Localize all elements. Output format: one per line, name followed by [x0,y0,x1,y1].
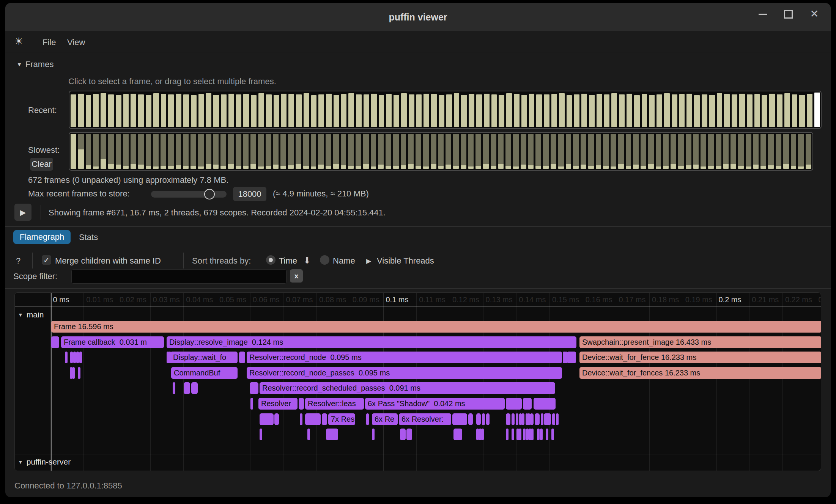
slowest-frame-bar[interactable] [461,134,466,169]
recent-frame-bar[interactable] [394,95,399,127]
recent-frame-bar[interactable] [619,94,625,127]
scope-bar-small[interactable] [512,429,514,440]
scope-bar-small[interactable] [79,352,82,363]
scope-bar-small[interactable] [65,352,68,363]
recent-frame-bar[interactable] [484,94,490,127]
recent-frame-bar[interactable] [409,94,414,127]
recent-frame-bar[interactable] [672,94,677,127]
recent-frame-bar[interactable] [732,94,737,127]
scope-bar-small[interactable] [523,429,526,440]
scope-bar-small[interactable] [530,413,534,425]
recent-frame-bar[interactable] [138,94,144,127]
slowest-frame-bar[interactable] [723,134,729,169]
scope-bar-small[interactable] [51,336,59,348]
recent-frame-bar[interactable] [236,94,242,127]
recent-frame-bar[interactable] [348,93,354,127]
recent-frame-bar[interactable] [379,95,384,127]
scope-bar-small[interactable] [506,413,510,425]
recent-frame-bar[interactable] [71,94,76,127]
recent-frame-bar[interactable] [521,95,527,127]
close-button[interactable]: ✕ [806,0,823,28]
recent-frame-bar[interactable] [581,94,587,127]
slowest-frame-bar[interactable] [243,134,249,169]
slowest-frame-bar[interactable] [416,134,421,169]
maximize-button[interactable] [780,0,797,28]
slowest-frame-bar[interactable] [266,134,271,169]
sort-time-label[interactable]: Time [279,256,297,266]
recent-frame-bar[interactable] [657,94,662,127]
recent-frame-bar[interactable] [108,94,114,127]
slowest-frame-bar[interactable] [483,134,489,169]
slowest-frame-bar[interactable] [746,134,751,169]
slowest-frame-bar[interactable] [491,134,496,169]
slowest-frame-bar[interactable] [108,134,114,169]
scope-bar-small[interactable] [300,413,302,425]
scope-filter-input[interactable] [71,269,287,284]
recent-frame-bar[interactable] [326,94,332,127]
slowest-frame-bar[interactable] [551,134,556,169]
slowest-frame-bar[interactable] [731,134,736,169]
scope-bar-small[interactable] [567,352,576,363]
recent-frame-bar[interactable] [506,93,512,127]
recent-frame-bar[interactable] [243,94,249,127]
recent-frame-bar[interactable] [597,94,602,127]
slowest-frame-bar[interactable] [535,134,541,169]
slowest-frame-bar[interactable] [626,134,631,169]
scope-bar[interactable]: Device::wait_for_fence 16.233 ms [579,352,821,363]
recent-frame-bar[interactable] [416,94,422,127]
slowest-frame-bar[interactable] [423,134,429,169]
scope-bar-small[interactable] [537,429,540,440]
recent-frame-bar[interactable] [769,94,775,127]
recent-frame-bar[interactable] [93,94,99,127]
recent-frame-bar[interactable] [461,95,467,127]
slowest-frame-bar[interactable] [393,134,399,169]
slowest-frame-bar[interactable] [783,134,789,169]
slowest-frame-bar[interactable] [101,134,106,169]
slowest-frame-bar[interactable] [573,134,579,169]
recent-frame-bar[interactable] [168,94,174,127]
recent-frame-bar[interactable] [206,93,211,127]
slowest-frame-bar[interactable] [558,134,564,169]
slowest-frame-bar[interactable] [348,134,354,169]
recent-frame-bar[interactable] [777,94,782,127]
scope-bar-small[interactable] [239,352,245,363]
slowest-frame-bar[interactable] [280,134,286,169]
recent-frame-bar[interactable] [274,95,279,127]
recent-frame-bar[interactable] [176,94,181,127]
recent-frame-bar[interactable] [589,95,595,127]
recent-frame-bar[interactable] [318,94,324,127]
recent-frame-bar[interactable] [334,95,339,127]
slowest-frame-bar[interactable] [656,134,661,169]
scope-bar-small[interactable] [73,352,76,363]
slowest-frame-bar[interactable] [798,134,804,169]
recent-frame-bar-selected[interactable] [814,93,820,127]
recent-frame-bar[interactable] [754,94,760,127]
recent-frame-bar[interactable] [784,93,790,127]
recent-frame-bar[interactable] [454,93,460,127]
slowest-frame-bar[interactable] [438,134,444,169]
recent-frame-bar[interactable] [356,94,362,127]
recent-frame-bar[interactable] [281,94,287,127]
max-frames-slider-knob[interactable] [204,189,215,199]
clear-button[interactable]: Clear [30,158,53,171]
recent-frame-bar[interactable] [266,94,272,127]
scope-bar-small[interactable] [506,398,522,410]
slowest-frame-bar[interactable] [648,134,654,169]
slowest-frame-bar[interactable] [663,134,669,169]
recent-frame-bar[interactable] [213,95,219,127]
recent-frame-bar[interactable] [296,94,302,127]
scope-bar-small[interactable] [506,429,509,440]
recent-frame-bar[interactable] [183,94,189,127]
slowest-frame-bar[interactable] [671,134,676,169]
recent-frame-bar[interactable] [762,95,767,127]
scope-bar-small[interactable] [326,429,338,440]
recent-frame-bar[interactable] [807,94,812,127]
scope-bar-small[interactable] [307,429,310,440]
slowest-frame-bar[interactable] [791,134,797,169]
recent-frame-bar[interactable] [724,94,730,127]
tab-flamegraph[interactable]: Flamegraph [13,230,71,244]
menu-item-view[interactable]: View [67,38,85,47]
flamegraph-canvas[interactable]: 0 ms0.01 ms0.02 ms0.03 ms0.04 ms0.05 ms0… [14,292,821,471]
scope-bar-small[interactable] [250,398,253,410]
slowest-frame-bar[interactable] [641,134,646,169]
